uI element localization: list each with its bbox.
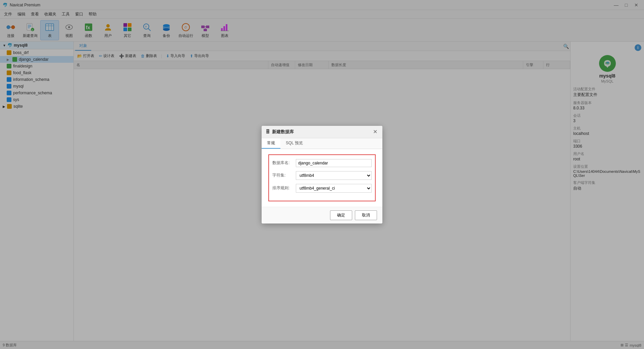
db-name-field: 数据库名: bbox=[272, 159, 372, 167]
dialog-ok-button[interactable]: 确定 bbox=[330, 210, 352, 220]
dialog-tab-sql-preview[interactable]: SQL 预览 bbox=[280, 138, 308, 149]
dialog-title-bar: 🗄 新建数据库 ✕ bbox=[262, 126, 382, 138]
dialog-footer: 确定 取消 bbox=[262, 207, 382, 223]
new-database-dialog: 🗄 新建数据库 ✕ 常规 SQL 预览 数据库名: 字符集: utf8mb4 u… bbox=[262, 126, 382, 223]
collation-label: 排序规则: bbox=[272, 185, 296, 191]
dialog-cancel-button[interactable]: 取消 bbox=[355, 210, 377, 220]
charset-label: 字符集: bbox=[272, 172, 296, 178]
db-name-input[interactable] bbox=[296, 159, 372, 167]
db-name-label: 数据库名: bbox=[272, 160, 296, 166]
charset-select[interactable]: utf8mb4 utf8 latin1 gbk bbox=[296, 171, 372, 180]
collation-select[interactable]: utf8mb4_general_ci utf8mb4_unicode_ci ut… bbox=[296, 184, 372, 193]
dialog-tabs: 常规 SQL 预览 bbox=[262, 138, 382, 149]
charset-field: 字符集: utf8mb4 utf8 latin1 gbk bbox=[272, 171, 372, 180]
dialog-title-text: 新建数据库 bbox=[272, 129, 294, 135]
dialog-overlay: 🗄 新建数据库 ✕ 常规 SQL 预览 数据库名: 字符集: utf8mb4 u… bbox=[0, 0, 644, 349]
dialog-title-left: 🗄 新建数据库 bbox=[266, 129, 294, 135]
dialog-title-icon: 🗄 bbox=[266, 129, 270, 134]
dialog-close-button[interactable]: ✕ bbox=[372, 129, 378, 135]
dialog-body: 数据库名: 字符集: utf8mb4 utf8 latin1 gbk 排序规则: bbox=[262, 149, 382, 207]
collation-field: 排序规则: utf8mb4_general_ci utf8mb4_unicode… bbox=[272, 184, 372, 193]
dialog-tab-general[interactable]: 常规 bbox=[262, 138, 280, 149]
form-highlight-border: 数据库名: 字符集: utf8mb4 utf8 latin1 gbk 排序规则: bbox=[268, 154, 376, 201]
